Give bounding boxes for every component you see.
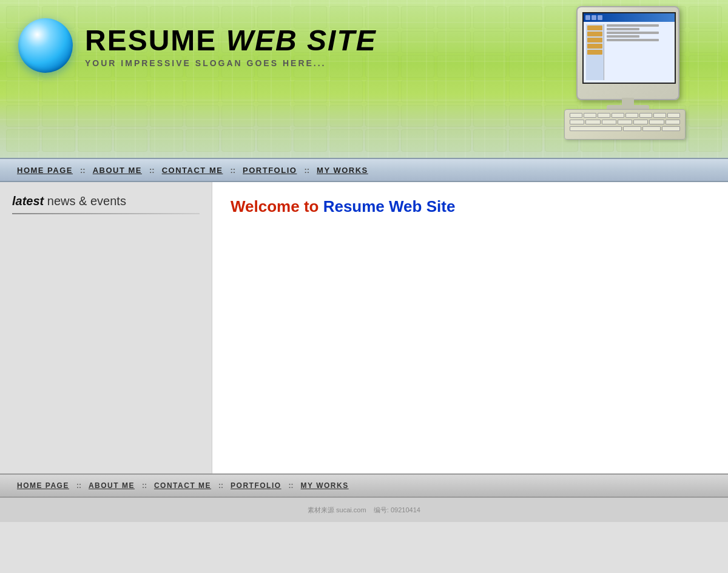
- kb-key: [666, 120, 680, 124]
- keyboard-illus: [564, 109, 686, 140]
- site-title: RESUME WEB SITE: [85, 24, 377, 57]
- footer-nav-item-portfolio[interactable]: PORTFOLIO: [226, 481, 286, 490]
- footer-nav-sep-3: ::: [216, 481, 226, 490]
- kb-key: [584, 113, 596, 118]
- sidebar-title-rest: news & events: [44, 194, 126, 208]
- sidebar-divider: [12, 213, 200, 214]
- bottom-bar: 素材来源 sucai.com 编号: 09210414: [0, 498, 728, 522]
- nav-item-homepage[interactable]: HOME PAGE: [12, 166, 78, 175]
- main-content: latest news & events Welcome to Resume W…: [0, 182, 728, 473]
- nav-item-portfolio[interactable]: PORTFOLIO: [238, 166, 302, 175]
- kb-spacebar: [570, 126, 622, 131]
- sidebar-title: latest news & events: [12, 194, 200, 208]
- kb-key: [570, 113, 582, 118]
- welcome-prefix: Welcome to: [231, 197, 318, 215]
- nav-item-myworks[interactable]: MY WORKS: [312, 166, 373, 175]
- kb-key: [570, 120, 584, 124]
- header-text: RESUME WEB SITE YOUR IMPRESSIVE SLOGAN G…: [85, 24, 377, 68]
- kb-key: [602, 120, 616, 124]
- nav-sep-2: ::: [147, 166, 157, 175]
- footer-nav-item-contactme[interactable]: CONTACT ME: [149, 481, 216, 490]
- site-header: // Render keyboard key cells const bg = …: [0, 0, 728, 158]
- welcome-heading: Welcome to Resume Web Site: [231, 197, 710, 216]
- kb-key: [612, 113, 624, 118]
- nav-sep-4: ::: [302, 166, 312, 175]
- logo-orb: [18, 18, 73, 73]
- footer-nav-item-myworks[interactable]: MY WORKS: [296, 481, 354, 490]
- sidebar-title-bold: latest: [12, 194, 44, 208]
- kb-key: [667, 113, 680, 118]
- footer-nav-item-aboutme[interactable]: ABOUT ME: [84, 481, 140, 490]
- footer-nav-sep-1: ::: [74, 481, 84, 490]
- kb-key: [585, 120, 600, 124]
- site-title-part2: WEB SITE: [226, 24, 377, 56]
- top-navbar: HOME PAGE :: ABOUT ME :: CONTACT ME :: P…: [0, 158, 728, 182]
- kb-row: [570, 113, 680, 118]
- kb-key: [625, 113, 638, 118]
- site-title-part1: RESUME: [85, 24, 217, 56]
- monitor-stand-top: [622, 98, 634, 105]
- nav-item-aboutme[interactable]: ABOUT ME: [88, 166, 147, 175]
- kb-key: [642, 126, 661, 131]
- footer-navbar: HOME PAGE :: ABOUT ME :: CONTACT ME :: P…: [0, 473, 728, 498]
- main-area: Welcome to Resume Web Site: [212, 182, 728, 473]
- kb-key: [633, 120, 648, 124]
- kb-key: [623, 126, 641, 131]
- kb-key: [649, 120, 664, 124]
- kb-key: [639, 113, 652, 118]
- site-slogan: YOUR IMPRESSIVE SLOGAN GOES HERE...: [85, 58, 377, 68]
- footer-nav-sep-2: ::: [140, 481, 149, 490]
- nav-sep-3: ::: [228, 166, 238, 175]
- welcome-site-name: Resume Web Site: [323, 197, 456, 215]
- nav-item-contactme[interactable]: CONTACT ME: [157, 166, 228, 175]
- footer-nav-sep-4: ::: [286, 481, 296, 490]
- nav-sep-1: ::: [78, 166, 88, 175]
- sidebar: latest news & events: [0, 182, 212, 473]
- kb-key: [618, 120, 632, 124]
- kb-row: [570, 120, 680, 124]
- bottom-bar-text: 素材来源 sucai.com 编号: 09210414: [308, 506, 420, 515]
- footer-nav-item-homepage[interactable]: HOME PAGE: [12, 481, 74, 490]
- kb-row: [570, 126, 680, 131]
- header-content: RESUME WEB SITE YOUR IMPRESSIVE SLOGAN G…: [0, 0, 728, 73]
- kb-key: [598, 113, 610, 118]
- kb-key: [662, 126, 680, 131]
- kb-key: [653, 113, 666, 118]
